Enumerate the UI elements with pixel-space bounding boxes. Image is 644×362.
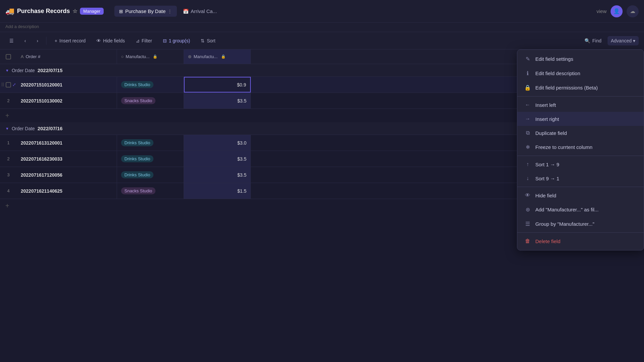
order-value-1: 2022071510120001: [21, 82, 63, 87]
row-checkbox-1[interactable]: [6, 82, 11, 87]
cell-order-1: 2022071510120001: [17, 77, 117, 93]
group-label: 1 group(s): [169, 38, 190, 43]
menu-item-delete-field[interactable]: 🗑 Delete field: [517, 234, 644, 248]
column-header-mfg2[interactable]: ⊛ Manufactu... 🔒: [184, 49, 251, 64]
header-checkbox[interactable]: [0, 54, 17, 59]
cell-mfg2-1[interactable]: $0.9: [184, 77, 251, 93]
tab-grid-icon: ⊞: [119, 9, 123, 14]
row-number-g2-2: 2: [2, 156, 14, 161]
menu-item-sort-asc[interactable]: ↑ Sort 1 → 9: [517, 157, 644, 171]
app-title: 🚚 Purchase Records ☆ Manager: [5, 7, 104, 16]
app-emoji: 🚚: [5, 7, 14, 16]
order-value-g2-3: 2022071617120056: [21, 172, 63, 178]
order-value-g2-4: 2022071621140625: [21, 188, 63, 194]
filter-icon: ⊿: [136, 38, 140, 43]
order-col-label: Order #: [26, 54, 40, 59]
cell-mfg2-g2-3: $3.5: [184, 167, 251, 183]
subtitle[interactable]: Add a description: [0, 23, 644, 32]
menu-item-freeze-column[interactable]: ❄ Freeze to currtent column: [517, 140, 644, 154]
group-by-icon: ☰: [524, 221, 531, 227]
cell-mfg2-2: $3.5: [184, 93, 251, 109]
mfg2-value-1: $0.9: [237, 82, 246, 87]
mfg1-col-icon: ○: [121, 54, 124, 59]
edit-settings-icon: ✎: [524, 56, 531, 62]
nav-menu-icon: ☰: [9, 38, 14, 43]
mfg2-value-g2-4: $1.5: [237, 188, 246, 194]
nav-back-button[interactable]: ‹: [20, 36, 30, 45]
menu-item-group-by[interactable]: ☰ Group by "Manufacturer...": [517, 217, 644, 231]
menu-label-group-by: Group by "Manufacturer...": [535, 221, 595, 227]
row-controls-1: ⠿ ⤢: [0, 82, 17, 87]
column-header-order[interactable]: A Order #: [17, 49, 117, 64]
menu-item-sort-desc[interactable]: ↓ Sort 9 → 1: [517, 171, 644, 185]
menu-label-sort-asc: Sort 1 → 9: [535, 162, 559, 167]
advanced-button[interactable]: Advanced ▾: [608, 36, 639, 45]
menu-label-add-filter: Add "Manufacturer..." as fil...: [535, 207, 599, 212]
group-button[interactable]: ⊟ 1 group(s): [159, 36, 194, 45]
menu-item-edit-permissions[interactable]: 🔒 Edit field permissions (Beta): [517, 80, 644, 95]
group-date-2: 2022/07/16: [37, 126, 63, 131]
column-header-mfg1[interactable]: ○ Manufactu... 🔒: [117, 49, 184, 64]
search-icon: 🔍: [584, 38, 590, 43]
context-menu: ✎ Edit field settings ℹ Edit field descr…: [517, 49, 644, 250]
tab-purchase-by-date[interactable]: ⊞ Purchase By Date ⋮: [114, 6, 177, 17]
cell-mfg2-g2-1: $3.0: [184, 135, 251, 151]
menu-item-edit-field-settings[interactable]: ✎ Edit field settings: [517, 52, 644, 66]
order-value-g2-1: 2022071613120001: [21, 140, 63, 146]
menu-divider-3: [517, 187, 644, 187]
mfg1-lock-icon: 🔒: [153, 54, 157, 59]
row-controls-g2-2: 2: [0, 156, 17, 161]
add-row-icon-1: +: [5, 112, 9, 120]
cell-order-g2-2: 2022071616230033: [17, 151, 117, 167]
menu-label-edit-description: Edit field description: [535, 70, 580, 76]
order-col-icon: A: [21, 54, 24, 59]
cloud-icon[interactable]: ☁: [627, 5, 639, 17]
menu-item-insert-right[interactable]: → Insert right: [517, 112, 644, 126]
select-all-checkbox[interactable]: [6, 54, 11, 59]
group-collapse-icon-1[interactable]: ▼: [5, 68, 9, 72]
menu-item-add-filter[interactable]: ⊛ Add "Manufacturer..." as fil...: [517, 202, 644, 217]
mfg2-col-label: Manufactu...: [194, 54, 218, 59]
menu-divider-4: [517, 232, 644, 233]
sort-button[interactable]: ⇅ Sort: [197, 36, 219, 45]
row-number-g2-4: 4: [2, 188, 14, 193]
hide-field-icon: 👁: [524, 192, 531, 198]
group-collapse-icon-2[interactable]: ▼: [5, 127, 9, 131]
menu-item-edit-field-description[interactable]: ℹ Edit field description: [517, 66, 644, 80]
hide-fields-button[interactable]: 👁 Hide fields: [92, 36, 129, 45]
sort-asc-icon: ↑: [524, 161, 531, 167]
tab-menu-icon[interactable]: ⋮: [168, 9, 172, 14]
sort-icon: ⇅: [201, 38, 205, 43]
star-icon[interactable]: ☆: [73, 8, 77, 14]
mfg1-col-label: Manufactu...: [126, 54, 150, 59]
filter-button[interactable]: ⊿ Filter: [132, 36, 156, 45]
tab-bar: ⊞ Purchase By Date ⋮ 📅 Arrival Ca...: [114, 6, 593, 17]
tab-arrival-ca[interactable]: 📅 Arrival Ca...: [178, 6, 221, 17]
nav-forward-button[interactable]: ›: [33, 36, 42, 45]
menu-item-hide-field[interactable]: 👁 Hide field: [517, 188, 644, 202]
menu-item-insert-left[interactable]: ← Insert left: [517, 98, 644, 112]
duplicate-icon: ⧉: [524, 130, 531, 136]
menu-label-sort-desc: Sort 9 → 1: [535, 176, 559, 181]
row-expand-icon-1[interactable]: ⤢: [12, 82, 16, 87]
find-button[interactable]: 🔍 Find: [581, 36, 605, 45]
avatar[interactable]: 👤: [611, 5, 623, 17]
mfg2-lock-icon: 🔒: [221, 54, 226, 59]
mfg2-value-g2-2: $3.5: [237, 156, 246, 162]
mfg-tag-2: Snacks Studio: [121, 97, 155, 104]
cell-order-g2-4: 2022071621140625: [17, 183, 117, 199]
cell-mfg1-g2-4: Snacks Studio: [117, 183, 184, 199]
menu-item-duplicate-field[interactable]: ⧉ Duplicate field: [517, 126, 644, 140]
edit-description-icon: ℹ: [524, 70, 531, 76]
tab-arrival-label: Arrival Ca...: [191, 8, 217, 14]
delete-icon: 🗑: [524, 238, 531, 244]
menu-label-freeze: Freeze to currtent column: [535, 144, 593, 150]
insert-record-button[interactable]: + Insert record: [50, 36, 90, 45]
group-label-1: Order Date: [12, 68, 35, 73]
toolbar-right: 🔍 Find Advanced ▾: [581, 36, 639, 45]
drag-handle-icon[interactable]: ⠿: [1, 82, 4, 87]
back-icon: ‹: [24, 38, 26, 43]
nav-menu-button[interactable]: ☰: [5, 36, 18, 45]
sort-label: Sort: [207, 38, 215, 43]
cell-mfg1-g2-3: Drinks Studio: [117, 167, 184, 183]
